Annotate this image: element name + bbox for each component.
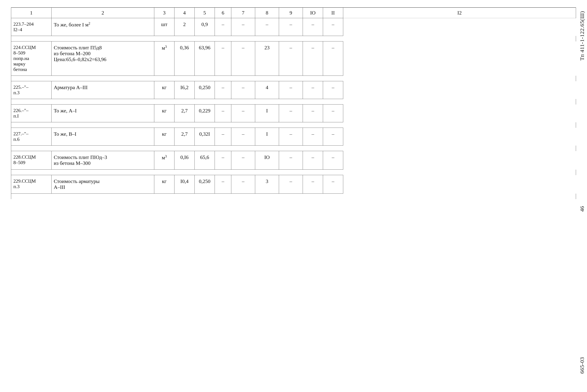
row-col-6: – xyxy=(215,81,231,99)
row-number: 225.–"– п.3 xyxy=(11,81,52,99)
row-col-5: 0,9 xyxy=(195,18,215,36)
col-header-3: 3 xyxy=(154,8,174,18)
row-col-7: – xyxy=(231,128,255,146)
row-col-11: – xyxy=(323,151,343,170)
row-description: То же, А–I xyxy=(52,104,154,122)
row-col-9: – xyxy=(279,175,303,194)
row-col-6: – xyxy=(215,151,231,170)
row-col-11: – xyxy=(323,42,343,76)
row-col-7: – xyxy=(231,175,255,194)
row-col-10: – xyxy=(303,175,323,194)
row-col-4: 2 xyxy=(174,18,195,36)
spacer-row xyxy=(11,122,576,128)
col-header-9: 9 xyxy=(279,8,303,18)
row-col-6: – xyxy=(215,175,231,194)
col-header-5: 5 xyxy=(195,8,215,18)
table-header: 1 2 3 4 5 6 7 8 9 IO II I2 xyxy=(11,8,576,18)
row-col-8: IO xyxy=(255,151,279,170)
table-row: 228.ССЦМ 8–509Стоимость плит ПIОд–3 из б… xyxy=(11,151,576,170)
row-col-10: – xyxy=(303,81,323,99)
row-description: Стоимость плит П5д8 из бетона М–200 Цена… xyxy=(52,42,154,76)
col-header-8: 8 xyxy=(255,8,279,18)
spacer-row xyxy=(11,170,576,175)
spacer-row xyxy=(11,76,576,81)
row-col-5: 0,229 xyxy=(195,104,215,122)
row-col-8: I xyxy=(255,128,279,146)
row-col-8: I xyxy=(255,104,279,122)
table-row: 224.ССЦМ 8–509 попр.на марку бетонаСтоим… xyxy=(11,42,576,76)
row-col-6: – xyxy=(215,42,231,76)
row-col-10: – xyxy=(303,128,323,146)
row-unit: кг xyxy=(154,175,174,194)
table-row: 225.–"– п.3Арматура А–IIIкгI6,20,250––4–… xyxy=(11,81,576,99)
row-unit: кг xyxy=(154,128,174,146)
side-label-bottom: 665-03 xyxy=(579,357,585,374)
row-col-8: 3 xyxy=(255,175,279,194)
spacer-row xyxy=(11,146,576,151)
row-col-7: – xyxy=(231,151,255,170)
row-col-5: 65,6 xyxy=(195,151,215,170)
row-col-4: I6,2 xyxy=(174,81,195,99)
col-header-1: 1 xyxy=(11,8,52,18)
row-col-10: – xyxy=(303,42,323,76)
row-col-11: – xyxy=(323,18,343,36)
row-description: То же, В–I xyxy=(52,128,154,146)
row-description: Арматура А–III xyxy=(52,81,154,99)
table-row: 229.ССЦМ п.3Стоимость арматуры А–IIIкгI0… xyxy=(11,175,576,194)
row-col-8: 23 xyxy=(255,42,279,76)
row-col-6: – xyxy=(215,128,231,146)
row-col-5: 0,250 xyxy=(195,175,215,194)
row-col-10: – xyxy=(303,151,323,170)
spacer-row xyxy=(11,99,576,104)
row-number: 226.–"– п.I xyxy=(11,104,52,122)
row-col-9: – xyxy=(279,18,303,36)
col-header-12: I2 xyxy=(343,8,576,18)
row-col-10: – xyxy=(303,18,323,36)
page-container: Тп 411-1-122.65(Ш) 46 665-03 1 2 3 4 5 xyxy=(0,0,587,392)
row-col-11: – xyxy=(323,104,343,122)
col-header-6: 6 xyxy=(215,8,231,18)
row-number: 224.ССЦМ 8–509 попр.на марку бетона xyxy=(11,42,52,76)
spacer-row xyxy=(11,36,576,42)
col-header-2: 2 xyxy=(52,8,154,18)
row-col-5: 0,250 xyxy=(195,81,215,99)
row-unit: кг xyxy=(154,81,174,99)
row-unit: кг xyxy=(154,104,174,122)
row-col-10: – xyxy=(303,104,323,122)
row-col-4: 2,7 xyxy=(174,128,195,146)
side-labels: Тп 411-1-122.65(Ш) 46 665-03 xyxy=(579,0,585,392)
row-col-8: 4 xyxy=(255,81,279,99)
row-col-7: – xyxy=(231,42,255,76)
row-col-6: – xyxy=(215,104,231,122)
row-col-4: I0,4 xyxy=(174,175,195,194)
row-col-9: – xyxy=(279,128,303,146)
row-unit: шт xyxy=(154,18,174,36)
table-row: 226.–"– п.IТо же, А–Iкг2,70,229––I––– xyxy=(11,104,576,122)
row-col-9: – xyxy=(279,151,303,170)
row-col-7: – xyxy=(231,18,255,36)
side-label-top: Тп 411-1-122.65(Ш) xyxy=(579,11,585,60)
row-col-11: – xyxy=(323,128,343,146)
row-col-6: – xyxy=(215,18,231,36)
row-col-11: – xyxy=(323,175,343,194)
row-col-7: – xyxy=(231,81,255,99)
row-unit: м3 xyxy=(154,42,174,76)
row-number: 227.–"– п.6 xyxy=(11,128,52,146)
row-col-9: – xyxy=(279,104,303,122)
row-col-8: – xyxy=(255,18,279,36)
row-col-7: – xyxy=(231,104,255,122)
row-description: Стоимость плит ПIОд–3 из бетона М–300 xyxy=(52,151,154,170)
row-col-4: 0,I6 xyxy=(174,151,195,170)
col-header-4: 4 xyxy=(174,8,195,18)
table-row: 223.7–204 I2–4То же, более I м2шт20,9–––… xyxy=(11,18,576,36)
row-col-4: 0,36 xyxy=(174,42,195,76)
row-number: 223.7–204 I2–4 xyxy=(11,18,52,36)
col-header-11: II xyxy=(323,8,343,18)
row-col-5: 0,32I xyxy=(195,128,215,146)
main-table: 1 2 3 4 5 6 7 8 9 IO II I2 223.7–204 I2–… xyxy=(11,7,576,199)
row-col-9: – xyxy=(279,42,303,76)
row-description: То же, более I м2 xyxy=(52,18,154,36)
row-number: 228.ССЦМ 8–509 xyxy=(11,151,52,170)
row-unit: м3 xyxy=(154,151,174,170)
page-number: 46 xyxy=(579,206,585,212)
